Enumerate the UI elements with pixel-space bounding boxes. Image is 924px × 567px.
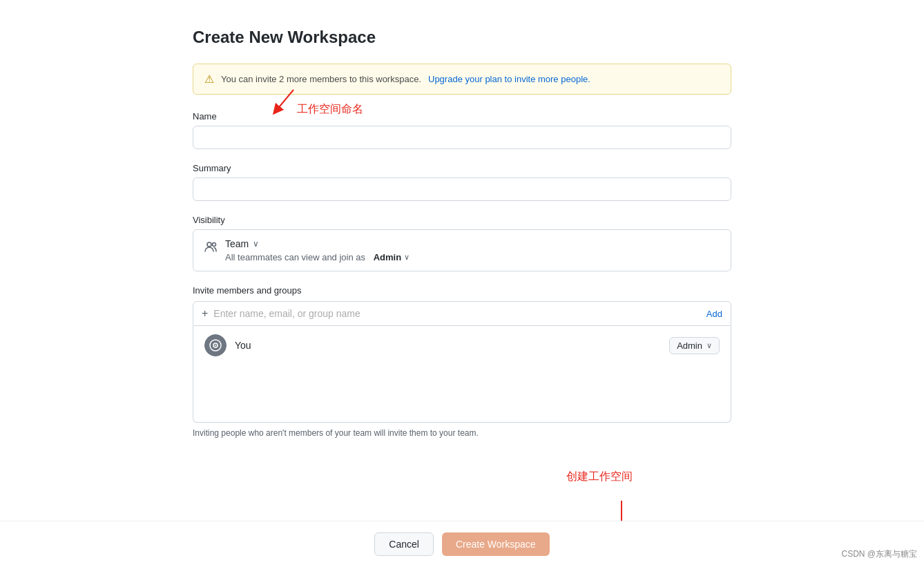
invite-note: Inviting people who aren't members of yo… (193, 428, 731, 438)
svg-point-1 (213, 243, 216, 247)
table-row: You Admin ∨ (204, 334, 720, 356)
plus-icon: + (202, 307, 208, 320)
summary-section: Summary (193, 163, 731, 201)
invite-label: Invite members and groups (193, 285, 731, 296)
visibility-section: Visibility Team ∨ (193, 215, 731, 271)
visibility-label: Visibility (193, 215, 731, 225)
visibility-desc-prefix: All teammates can view and join as (225, 252, 365, 262)
visibility-info: Team ∨ All teammates can view and join a… (225, 238, 720, 262)
name-input[interactable] (193, 126, 731, 149)
member-role-label: Admin (677, 340, 702, 351)
invite-section: Invite members and groups + Add (193, 285, 731, 438)
avatar (204, 334, 227, 356)
page-title: Create New Workspace (193, 28, 731, 47)
invite-input-row: + Add (193, 301, 731, 326)
invite-input[interactable] (213, 308, 701, 319)
name-label: Name (193, 111, 731, 122)
visibility-option: Team ∨ All teammates can view and join a… (204, 238, 720, 262)
footer-buttons: Cancel Create Workspace (0, 521, 924, 567)
visibility-description: All teammates can view and join as Admin… (225, 252, 720, 262)
create-workspace-button[interactable]: Create Workspace (442, 532, 550, 556)
add-member-button[interactable]: Add (706, 309, 722, 319)
svg-point-0 (207, 242, 211, 247)
member-role-dropdown[interactable]: Admin ∨ (669, 337, 720, 354)
avatar-inner (204, 334, 227, 356)
members-list: You Admin ∨ (193, 326, 731, 423)
svg-point-4 (215, 345, 216, 346)
alert-text: You can invite 2 more members to this wo… (221, 74, 421, 84)
cancel-button[interactable]: Cancel (374, 532, 434, 556)
member-name: You (235, 340, 661, 351)
warning-icon: ⚠ (204, 73, 214, 86)
visibility-box: Team ∨ All teammates can view and join a… (193, 229, 731, 271)
team-icon (204, 240, 218, 257)
summary-label: Summary (193, 163, 731, 173)
visibility-role: Admin (374, 252, 401, 262)
alert-banner: ⚠ You can invite 2 more members to this … (193, 64, 731, 95)
role-chevron-icon[interactable]: ∨ (404, 253, 410, 262)
upgrade-link[interactable]: Upgrade your plan to invite more people. (428, 74, 590, 84)
summary-input[interactable] (193, 177, 731, 201)
visibility-chevron-icon[interactable]: ∨ (253, 239, 259, 249)
visibility-team-label: Team (225, 238, 249, 249)
role-select-chevron-icon: ∨ (706, 341, 712, 350)
name-section: Name (193, 111, 731, 149)
visibility-title[interactable]: Team ∨ (225, 238, 720, 249)
